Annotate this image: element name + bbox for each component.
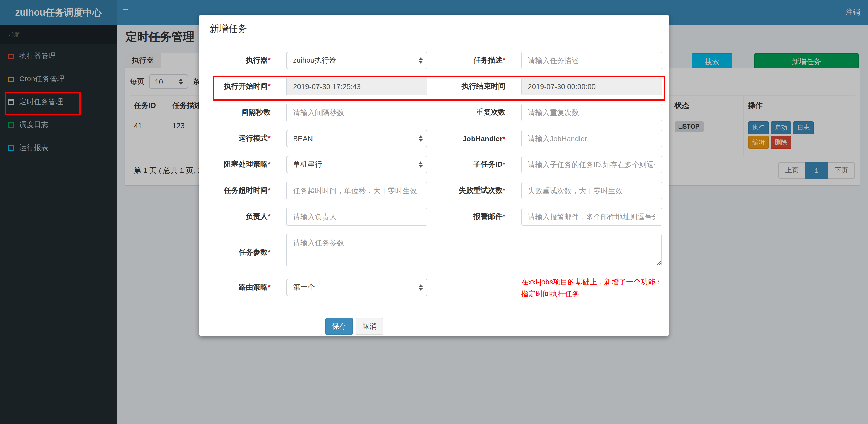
route-strategy-label: 路由策略* [199, 283, 286, 292]
child-task-id-input[interactable] [521, 156, 662, 173]
select-arrows-icon [418, 284, 423, 291]
route-strategy-select[interactable]: 第一个 [286, 279, 427, 296]
jobhandler-label: JobHandler* [434, 134, 521, 143]
modal-body: 执行器* zuihou执行器 任务描述* 执行开始时间* 2019-07-30 … [199, 43, 669, 300]
form-row: 运行模式* BEAN JobHandler* [199, 130, 669, 148]
modal-footer: 保存 取消 [199, 311, 669, 335]
save-button[interactable]: 保存 [325, 318, 353, 335]
modal-header: 新增任务 [199, 14, 669, 43]
app-root: zuihou任务调度中心 注销 导航 执行器管理 Cron任务管理 定时任务管理… [0, 0, 868, 424]
cancel-button[interactable]: 取消 [355, 318, 383, 335]
form-row: 间隔秒数 重复次数 [199, 104, 669, 121]
run-mode-select[interactable]: BEAN [286, 130, 427, 148]
executor-select[interactable]: zuihou执行器 [286, 52, 427, 69]
jobhandler-input[interactable] [521, 130, 662, 148]
alarm-email-label: 报警邮件* [434, 212, 521, 221]
task-timeout-label: 任务超时时间* [199, 186, 286, 195]
task-params-textarea[interactable] [286, 234, 661, 266]
form-row-route-strategy: 路由策略* 第一个 在xxl-jobs项目的基础上，新增了一个功能： 指定时间执… [199, 275, 669, 300]
select-arrows-icon [418, 161, 423, 168]
form-row: 执行开始时间* 2019-07-30 17:25:43 执行结束时间 2019-… [199, 77, 669, 95]
task-params-label: 任务参数* [199, 243, 286, 257]
owner-input[interactable] [286, 208, 427, 226]
form-row: 负责人* 报警邮件* [199, 208, 669, 226]
interval-seconds-input[interactable] [286, 104, 427, 121]
task-timeout-input[interactable] [286, 182, 427, 199]
select-arrows-icon [418, 57, 423, 64]
form-row: 执行器* zuihou执行器 任务描述* [199, 52, 669, 69]
block-strategy-label: 阻塞处理策略* [199, 160, 286, 169]
select-arrows-icon [418, 135, 423, 142]
fail-retry-count-input[interactable] [521, 182, 662, 199]
run-mode-label: 运行模式* [199, 134, 286, 143]
owner-label: 负责人* [199, 212, 286, 221]
feature-note-text: 在xxl-jobs项目的基础上，新增了一个功能： 指定时间执行任务 [521, 275, 662, 300]
modal-title: 新增任务 [210, 23, 247, 35]
task-desc-label: 任务描述* [434, 56, 521, 65]
exec-start-time-field[interactable]: 2019-07-30 17:25:43 [286, 77, 427, 95]
task-desc-input[interactable] [521, 52, 662, 69]
child-task-id-label: 子任务ID* [434, 160, 521, 169]
add-task-modal: 新增任务 执行器* zuihou执行器 任务描述* [199, 14, 669, 336]
interval-seconds-label: 间隔秒数 [199, 108, 286, 117]
executor-label: 执行器* [199, 56, 286, 65]
exec-end-time-field[interactable]: 2019-07-30 00:00:00 [521, 77, 662, 95]
form-row-task-params: 任务参数* [199, 234, 669, 266]
fail-retry-count-label: 失败重试次数* [434, 186, 521, 195]
block-strategy-select[interactable]: 单机串行 [286, 156, 427, 173]
repeat-count-input[interactable] [521, 104, 662, 121]
repeat-count-label: 重复次数 [434, 108, 521, 117]
form-row: 任务超时时间* 失败重试次数* [199, 182, 669, 199]
exec-end-time-label: 执行结束时间 [434, 82, 521, 91]
form-row: 阻塞处理策略* 单机串行 子任务ID* [199, 156, 669, 173]
alarm-email-input[interactable] [521, 208, 662, 226]
exec-start-time-label: 执行开始时间* [199, 82, 286, 91]
